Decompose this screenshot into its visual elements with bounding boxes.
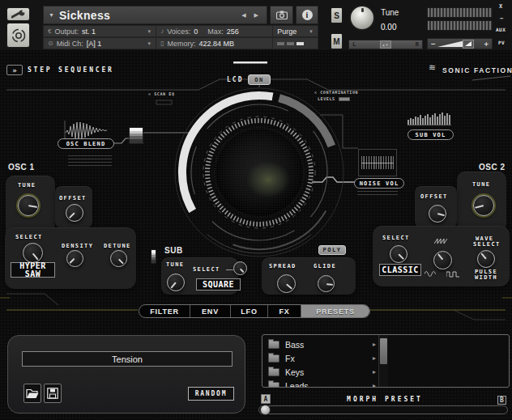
tab-fx[interactable]: FX <box>267 305 301 317</box>
folder-expand-icon[interactable]: ▸ <box>373 354 376 362</box>
poly-button[interactable]: POLY <box>318 245 346 255</box>
morph-slider-thumb[interactable] <box>260 405 271 415</box>
browser-folder-keys[interactable]: Keys ▸ <box>266 366 387 378</box>
osc2-offset-knob[interactable] <box>429 205 446 223</box>
osc-blend-fader[interactable] <box>129 127 143 144</box>
random-button[interactable]: RANDOM <box>188 387 234 401</box>
spread-knob[interactable] <box>277 274 296 293</box>
voices-icon: ♪ <box>160 28 164 35</box>
morph-slider[interactable] <box>258 405 508 414</box>
osc2-offset-label: OFFSET <box>420 194 448 200</box>
info-button[interactable]: i <box>296 6 318 24</box>
next-instrument-icon[interactable]: ▶ <box>254 12 258 19</box>
osc2-tune-knob[interactable] <box>473 195 494 216</box>
pan-slider[interactable]: L R ▴▾ <box>348 40 423 49</box>
osc2-wave-value: CLASSIC <box>379 264 421 276</box>
output-dropdown-icon[interactable]: ▼ <box>147 29 151 34</box>
output-value: st. 1 <box>82 28 96 36</box>
sub-tune-knob[interactable] <box>167 274 185 291</box>
save-preset-button[interactable] <box>44 384 62 403</box>
knob-pointer <box>318 275 335 292</box>
morph-b-button[interactable]: B <box>497 396 506 405</box>
output-select[interactable]: € Output: st. 1 ▼ <box>44 26 156 36</box>
wave-select-knob[interactable] <box>433 251 452 269</box>
volume-handle[interactable] <box>463 40 474 49</box>
tab-filter[interactable]: FILTER <box>139 305 190 317</box>
sub-select-knob[interactable] <box>233 261 247 275</box>
master-tune-knob[interactable] <box>349 5 375 31</box>
lcd-on-button[interactable]: ON <box>248 74 271 85</box>
voices-readout: ♪ Voices: 0 Max: 256 <box>156 26 273 36</box>
wrench-button[interactable] <box>6 7 30 21</box>
close-button[interactable]: X <box>499 3 503 10</box>
density-label: DENSITY <box>62 244 93 249</box>
pulse-width-knob[interactable] <box>477 250 495 268</box>
osc1-offset-knob[interactable] <box>66 204 83 222</box>
purge-menu[interactable]: Purge ▼ <box>273 26 318 36</box>
tune-value: 0.00 <box>381 23 396 32</box>
lcd-visualizer[interactable] <box>172 85 347 260</box>
osc2-select-label: SELECT <box>382 235 410 241</box>
osc1-select-knob[interactable] <box>23 243 43 263</box>
volume-plus[interactable]: + <box>484 40 489 48</box>
snapshot-button[interactable] <box>270 6 293 24</box>
prev-instrument-icon[interactable]: ◀ <box>241 12 245 19</box>
spread-label: SPREAD <box>269 264 297 269</box>
folder-icon <box>268 368 279 376</box>
browser-folder-leads[interactable]: Leads ▸ <box>266 380 387 388</box>
saw-wave-icon <box>434 238 447 244</box>
step-sequencer-expand-button[interactable]: » <box>6 65 23 75</box>
browser-scrollbar[interactable] <box>378 335 388 387</box>
osc2-tune-label: TUNE <box>472 182 490 188</box>
mute-button[interactable]: M <box>331 33 343 49</box>
midi-icon: ⊙ <box>48 40 53 47</box>
volume-minus[interactable]: − <box>431 40 435 48</box>
solo-button[interactable]: S <box>331 7 343 23</box>
midi-dropdown-icon[interactable]: ▼ <box>147 41 151 46</box>
folder-name: Leads <box>285 381 309 388</box>
folder-icon <box>268 341 279 349</box>
sub-vol-meter <box>407 112 451 125</box>
folder-expand-icon[interactable]: ▸ <box>373 382 376 388</box>
pv-button[interactable]: PV <box>498 40 505 45</box>
load-preset-button[interactable] <box>23 384 41 403</box>
midi-value: [A] 1 <box>87 40 102 48</box>
aux-button[interactable]: AUX <box>496 27 506 32</box>
osc1-title: OSC 1 <box>8 163 35 172</box>
purge-dash-1 <box>277 42 284 45</box>
voices-label: Voices: <box>167 28 190 36</box>
density-knob[interactable] <box>66 250 83 267</box>
preset-name-field[interactable]: Tension <box>22 351 233 367</box>
save-icon <box>47 388 58 399</box>
pan-handle[interactable]: ▴▾ <box>380 40 391 49</box>
tab-presets[interactable]: PRESETS <box>301 305 369 317</box>
folder-expand-icon[interactable]: ▸ <box>373 368 376 375</box>
noise-waveform <box>361 156 394 169</box>
purge-dropdown-icon[interactable]: ▼ <box>309 29 314 34</box>
title-dropdown-icon[interactable]: ▼ <box>49 12 54 18</box>
midi-channel-select[interactable]: ⊙ Midi Ch: [A] 1 ▼ <box>44 38 156 49</box>
lcd-label: LCD <box>227 77 243 83</box>
detune-knob[interactable] <box>110 250 127 267</box>
glide-knob[interactable] <box>318 275 335 292</box>
sub-title: SUB <box>164 246 183 255</box>
info-icon: i <box>302 10 313 20</box>
instrument-titlebar[interactable]: ▼ Sickness ◀ ▶ <box>43 6 267 24</box>
minimize-button[interactable]: − <box>500 15 504 22</box>
tab-env[interactable]: ENV <box>190 305 230 317</box>
square-wave-icon <box>446 271 459 278</box>
instrument-view-button[interactable] <box>6 23 30 48</box>
osc1-tune-knob[interactable] <box>18 195 39 216</box>
sub-mini-fader[interactable] <box>151 249 156 264</box>
volume-slider[interactable]: − + <box>427 38 493 49</box>
tab-lfo[interactable]: LFO <box>230 305 267 317</box>
osc1-wave-value: HYPER SAW <box>11 262 55 278</box>
browser-scrollbar-thumb[interactable] <box>380 338 387 364</box>
folder-icon <box>268 382 279 388</box>
level-meter-right <box>427 20 493 31</box>
browser-folder-bass[interactable]: Bass ▸ <box>266 338 387 350</box>
instrument-nav-arrows[interactable]: ◀ ▶ <box>241 12 258 19</box>
osc2-select-knob[interactable] <box>390 245 407 263</box>
folder-expand-icon[interactable]: ▸ <box>373 341 376 348</box>
browser-folder-fx[interactable]: Fx ▸ <box>266 352 387 364</box>
